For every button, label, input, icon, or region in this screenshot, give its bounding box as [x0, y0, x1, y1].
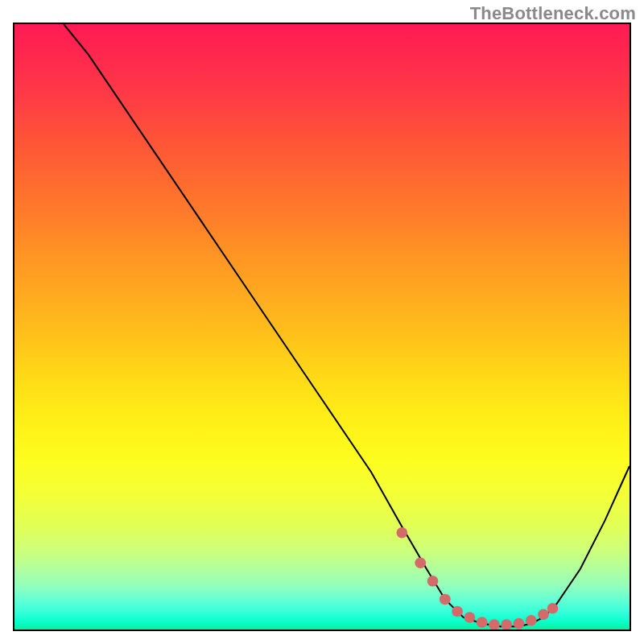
highlight-dot: [489, 619, 500, 630]
highlight-dot: [415, 558, 426, 569]
highlight-dot: [526, 615, 537, 626]
highlight-dots: [396, 527, 558, 630]
highlight-dot: [477, 617, 488, 628]
highlight-dot: [501, 619, 512, 630]
bottleneck-curve-line: [64, 24, 630, 626]
curve-svg: [14, 24, 630, 630]
plot-frame: [13, 23, 631, 631]
highlight-dot: [547, 603, 559, 614]
highlight-dot: [464, 612, 475, 623]
highlight-dot: [396, 527, 407, 539]
highlight-dot: [538, 609, 549, 620]
chart-container: TheBottleneck.com: [0, 0, 644, 644]
highlight-dot: [452, 606, 463, 617]
highlight-dot: [440, 594, 451, 605]
highlight-dot: [514, 618, 525, 630]
highlight-dot: [427, 576, 439, 587]
attribution-text: TheBottleneck.com: [470, 3, 636, 24]
